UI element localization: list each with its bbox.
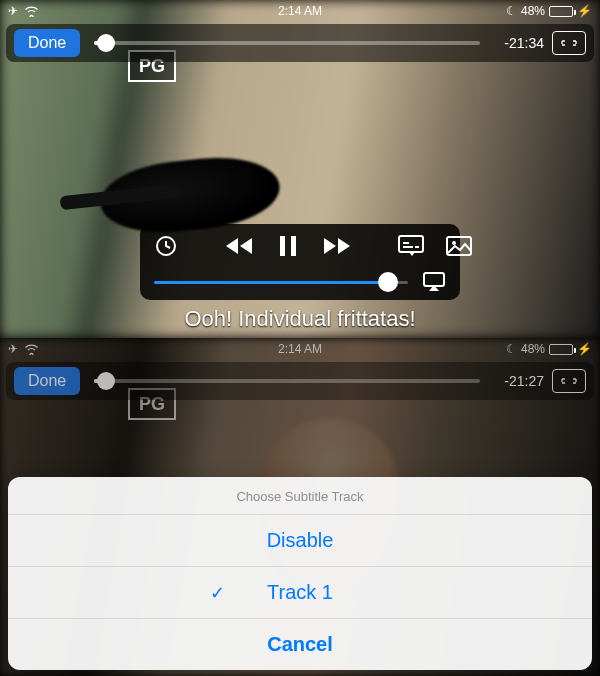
pause-icon[interactable] xyxy=(278,234,298,258)
battery-icon xyxy=(549,344,573,355)
subtitle-action-sheet: Choose Subtitle Track Disable ✓ Track 1 … xyxy=(8,477,592,670)
player-top-bar: Done -21:34 xyxy=(6,24,594,62)
subtitle-caption: Ooh! Individual frittatas! xyxy=(0,306,600,332)
dnd-icon: ☾ xyxy=(506,4,517,18)
sheet-option-label: Disable xyxy=(267,529,334,551)
sheet-cancel-button[interactable]: Cancel xyxy=(8,618,592,670)
checkmark-icon: ✓ xyxy=(210,582,225,604)
charging-icon: ⚡ xyxy=(577,4,592,18)
player-top-bar: Done -21:27 xyxy=(6,362,594,400)
wifi-icon xyxy=(24,344,39,355)
sheet-option-track1[interactable]: ✓ Track 1 xyxy=(8,566,592,618)
svg-rect-1 xyxy=(280,236,285,256)
volume-knob[interactable] xyxy=(378,272,398,292)
battery-pct: 48% xyxy=(521,342,545,356)
fast-forward-icon[interactable] xyxy=(320,234,354,258)
svg-rect-6 xyxy=(424,273,444,286)
status-bar: ✈ 2:14 AM ☾ 48% ⚡ xyxy=(0,338,600,360)
dnd-icon: ☾ xyxy=(506,342,517,356)
scrubber-knob[interactable] xyxy=(97,34,115,52)
scrubber-knob[interactable] xyxy=(97,372,115,390)
sheet-title: Choose Subtitle Track xyxy=(8,477,592,514)
fullscreen-icon[interactable] xyxy=(552,369,586,393)
sheet-option-label: Track 1 xyxy=(267,581,333,603)
sheet-option-disable[interactable]: Disable xyxy=(8,514,592,566)
playback-scrubber[interactable] xyxy=(94,379,480,383)
battery-icon xyxy=(549,6,573,17)
subtitles-icon[interactable] xyxy=(398,235,424,257)
rewind-icon[interactable] xyxy=(222,234,256,258)
airplane-mode-icon: ✈ xyxy=(8,4,18,18)
battery-pct: 48% xyxy=(521,4,545,18)
time-remaining: -21:34 xyxy=(494,35,544,51)
clock-icon[interactable] xyxy=(154,234,178,258)
svg-rect-3 xyxy=(399,236,423,252)
svg-point-5 xyxy=(452,241,456,245)
done-button[interactable]: Done xyxy=(14,367,80,395)
time-remaining: -21:27 xyxy=(494,373,544,389)
playback-scrubber[interactable] xyxy=(94,41,480,45)
done-button[interactable]: Done xyxy=(14,29,80,57)
airplane-mode-icon: ✈ xyxy=(8,342,18,356)
fullscreen-icon[interactable] xyxy=(552,31,586,55)
status-bar: ✈ 2:14 AM ☾ 48% ⚡ xyxy=(0,0,600,22)
picture-icon[interactable] xyxy=(446,236,472,256)
charging-icon: ⚡ xyxy=(577,342,592,356)
status-time: 2:14 AM xyxy=(203,4,398,18)
playback-controls-popover xyxy=(140,224,460,300)
sheet-cancel-label: Cancel xyxy=(267,633,333,655)
svg-rect-2 xyxy=(291,236,296,256)
status-time: 2:14 AM xyxy=(203,342,398,356)
volume-slider[interactable] xyxy=(154,281,408,284)
airplay-icon[interactable] xyxy=(422,272,446,292)
wifi-icon xyxy=(24,6,39,17)
